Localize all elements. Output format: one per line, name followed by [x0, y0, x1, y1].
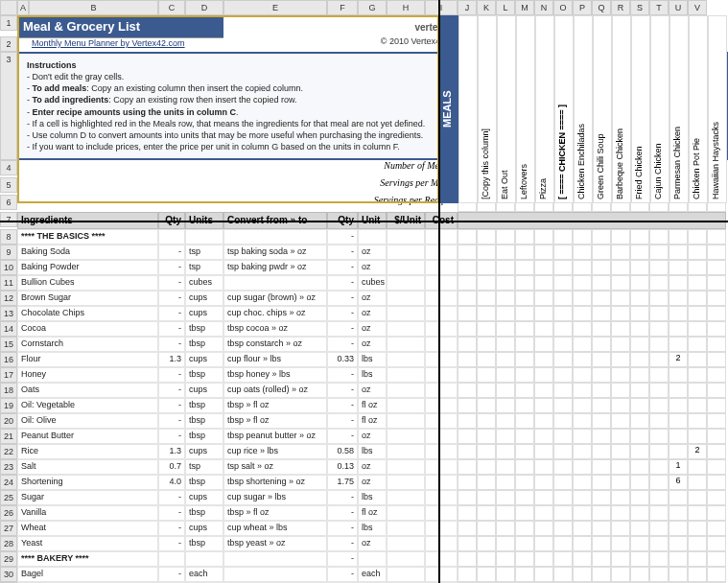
recipe-cell[interactable] [515, 337, 534, 352]
recipe-cell[interactable] [592, 490, 611, 505]
recipe-cell[interactable] [592, 413, 611, 429]
ingredient-name[interactable]: **** BAKERY **** [17, 551, 158, 567]
col-header[interactable]: E [223, 0, 327, 15]
recipe-cell[interactable] [458, 459, 477, 475]
recipe-cell[interactable] [458, 383, 477, 398]
recipe-cell[interactable] [630, 521, 649, 536]
convert-cell[interactable]: tbsp yeast » oz [223, 536, 327, 551]
recipe-cell[interactable] [534, 490, 553, 505]
recipe-cell[interactable] [553, 260, 573, 275]
recipe-cell[interactable] [707, 429, 726, 444]
qty-cell[interactable]: - [158, 275, 185, 291]
recipe-cell[interactable] [707, 321, 726, 337]
recipe-cell[interactable] [649, 229, 669, 245]
units-cell[interactable]: cups [185, 444, 223, 459]
recipe-cell[interactable] [534, 321, 553, 337]
qty-cell[interactable]: - [158, 321, 185, 337]
ingredient-name[interactable]: Salt [17, 459, 158, 475]
recipe-cell[interactable] [496, 521, 515, 536]
recipe-cell[interactable] [649, 475, 669, 490]
recipe-cell[interactable] [630, 337, 649, 352]
recipe-cell[interactable] [707, 352, 726, 367]
recipe-cell[interactable] [553, 567, 573, 582]
dpu-cell[interactable] [387, 475, 425, 490]
qty-cell[interactable]: - [158, 413, 185, 429]
recipe-cell[interactable] [707, 444, 726, 459]
recipe-cell[interactable] [496, 367, 515, 383]
recipe-cell[interactable] [611, 321, 630, 337]
recipe-cell[interactable] [630, 383, 649, 398]
recipe-cell[interactable] [707, 398, 726, 413]
ingredient-name[interactable]: Oats [17, 383, 158, 398]
qty-cell[interactable]: - [158, 398, 185, 413]
recipe-cell[interactable] [592, 275, 611, 291]
recipe-cell[interactable] [573, 383, 592, 398]
recipe-cell[interactable] [688, 505, 707, 521]
convert-cell[interactable]: tbsp peanut butter » oz [223, 429, 327, 444]
recipe-cell[interactable] [669, 260, 688, 275]
recipe-cell[interactable] [649, 536, 669, 551]
recipe-cell[interactable] [458, 275, 477, 291]
convert-cell[interactable]: tsp baking pwdr » oz [223, 260, 327, 275]
units-cell[interactable]: tbsp [185, 337, 223, 352]
recipe-cell[interactable] [534, 291, 553, 306]
recipe-cell[interactable] [669, 521, 688, 536]
recipe-cell[interactable] [669, 444, 688, 459]
recipe-cell[interactable] [707, 551, 726, 567]
recipe-cell[interactable] [534, 245, 553, 260]
units-cell[interactable]: cups [185, 521, 223, 536]
recipe-cell[interactable] [707, 505, 726, 521]
recipe-cell[interactable] [649, 383, 669, 398]
recipe-cell[interactable] [649, 291, 669, 306]
recipe-cell[interactable] [553, 459, 573, 475]
recipe-cell[interactable] [515, 383, 534, 398]
col-header[interactable]: C [158, 0, 185, 15]
recipe-cell[interactable] [458, 475, 477, 490]
recipe-cell[interactable] [573, 275, 592, 291]
dpu-cell[interactable] [387, 444, 425, 459]
recipe-cell[interactable] [515, 551, 534, 567]
recipe-cell[interactable] [477, 321, 496, 337]
recipe-cell[interactable] [630, 398, 649, 413]
recipe-cell[interactable] [688, 413, 707, 429]
recipe-cell[interactable] [669, 429, 688, 444]
recipe-cell[interactable] [688, 352, 707, 367]
recipe-cell[interactable] [553, 245, 573, 260]
col-header[interactable]: R [611, 0, 630, 15]
dpu-cell[interactable] [387, 367, 425, 383]
meal-column-header[interactable]: Pizza [535, 15, 554, 203]
recipe-cell[interactable] [458, 321, 477, 337]
recipe-cell[interactable] [592, 260, 611, 275]
dpu-cell[interactable] [387, 260, 425, 275]
col-header[interactable]: D [185, 0, 223, 15]
recipe-cell[interactable] [707, 229, 726, 245]
recipe-cell[interactable] [553, 551, 573, 567]
recipe-cell[interactable] [630, 352, 649, 367]
recipe-cell[interactable] [496, 505, 515, 521]
qty-cell[interactable]: - [158, 521, 185, 536]
units-cell[interactable]: tbsp [185, 367, 223, 383]
recipe-cell[interactable] [688, 567, 707, 582]
recipe-cell[interactable] [649, 429, 669, 444]
col-header[interactable]: Q [592, 0, 611, 15]
col-header[interactable] [0, 0, 17, 15]
recipe-cell[interactable] [630, 229, 649, 245]
recipe-cell[interactable] [707, 536, 726, 551]
col-header[interactable]: K [477, 0, 496, 15]
recipe-cell[interactable] [669, 229, 688, 245]
recipe-cell[interactable] [630, 505, 649, 521]
recipe-cell[interactable] [669, 321, 688, 337]
recipe-cell[interactable] [611, 413, 630, 429]
convert-cell[interactable]: tbsp » fl oz [223, 505, 327, 521]
convert-cell[interactable]: cup choc. chips » oz [223, 306, 327, 321]
recipe-cell[interactable] [477, 551, 496, 567]
recipe-cell[interactable] [573, 521, 592, 536]
recipe-cell[interactable] [630, 245, 649, 260]
recipe-cell[interactable] [688, 551, 707, 567]
recipe-cell[interactable] [688, 475, 707, 490]
recipe-cell[interactable] [496, 429, 515, 444]
recipe-cell[interactable] [496, 475, 515, 490]
recipe-cell[interactable] [611, 475, 630, 490]
recipe-cell[interactable] [515, 291, 534, 306]
recipe-cell[interactable] [515, 413, 534, 429]
